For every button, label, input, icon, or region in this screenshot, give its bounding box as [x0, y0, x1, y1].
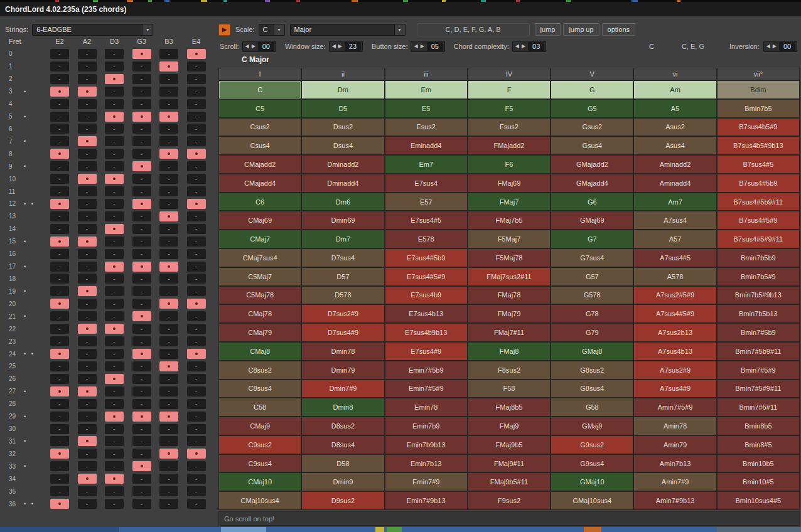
- chord-button[interactable]: E5: [385, 100, 467, 117]
- chord-button[interactable]: Dsus2: [302, 119, 384, 136]
- chord-button[interactable]: C5Maj7: [219, 268, 301, 285]
- chord-button[interactable]: Dmin8: [302, 398, 384, 416]
- chord-button[interactable]: D9sus2: [302, 492, 384, 509]
- chord-button[interactable]: G5: [551, 100, 633, 117]
- chord-button[interactable]: A57: [634, 230, 716, 248]
- chord-button[interactable]: G79: [551, 324, 633, 341]
- chord-button[interactable]: G9sus4: [551, 455, 633, 472]
- chord-button[interactable]: E57: [385, 193, 467, 211]
- chord-button[interactable]: Emin7#5#9: [385, 380, 467, 398]
- chord-button[interactable]: Aminadd2: [634, 156, 716, 173]
- chord-button[interactable]: G6: [551, 193, 633, 211]
- chord-button[interactable]: E7sus4#9: [385, 343, 467, 360]
- jump-button[interactable]: jump: [535, 23, 561, 36]
- chord-button[interactable]: A7sus4#5: [634, 249, 716, 267]
- chord-button[interactable]: Asus4: [634, 137, 716, 154]
- chord-button[interactable]: Em7: [385, 156, 467, 173]
- chord-button[interactable]: Dminadd4: [302, 174, 384, 192]
- chord-button[interactable]: FMaj7b5: [468, 211, 550, 229]
- chord-button[interactable]: A578: [634, 268, 716, 285]
- chord-button[interactable]: B7sus4#5: [718, 156, 799, 173]
- chord-button[interactable]: Bmin7b5#9: [718, 268, 799, 285]
- chord-button[interactable]: A7sus4b13: [634, 343, 716, 360]
- chord-button[interactable]: A5: [634, 100, 716, 117]
- chord-button[interactable]: D7sus2#9: [302, 305, 384, 322]
- chord-button[interactable]: FMaj9b5#11: [468, 473, 550, 491]
- chord-button[interactable]: GMajadd2: [551, 156, 633, 173]
- chord-button[interactable]: E7sus4#5b9: [385, 249, 467, 267]
- chord-button[interactable]: G578: [551, 287, 633, 304]
- chord-button[interactable]: C: [219, 81, 301, 98]
- spinner-increment-icon[interactable]: ▶: [250, 44, 257, 49]
- chord-button[interactable]: D58: [302, 455, 384, 472]
- chord-button[interactable]: Csus4: [219, 137, 301, 154]
- chord-button[interactable]: Asus2: [634, 119, 716, 136]
- spinner-decrement-icon[interactable]: ◀: [331, 44, 337, 49]
- chord-button[interactable]: Gsus4: [551, 137, 633, 154]
- chord-button[interactable]: CMaj9: [219, 417, 301, 435]
- chord-button[interactable]: G7sus4: [551, 249, 633, 267]
- scale-type-dropdown[interactable]: Major ▼: [290, 24, 406, 36]
- chord-button[interactable]: B7sus4#5#9: [718, 211, 799, 229]
- chord-button[interactable]: G9sus2: [551, 436, 633, 454]
- chord-button[interactable]: C5: [219, 100, 301, 117]
- chord-button[interactable]: FMaj79: [468, 305, 550, 322]
- chord-button[interactable]: CMaj10sus4: [219, 492, 301, 509]
- spinner-increment-icon[interactable]: ▶: [771, 44, 778, 49]
- chord-button[interactable]: G78: [551, 305, 633, 322]
- spinner-increment-icon[interactable]: ▶: [337, 44, 343, 49]
- chord-button[interactable]: G57: [551, 268, 633, 285]
- chord-button[interactable]: Emin7b13: [385, 455, 467, 472]
- chord-button[interactable]: B7sus4#5b9: [718, 174, 799, 192]
- chord-button[interactable]: Amin7b13: [634, 455, 716, 472]
- chord-button[interactable]: Csus2: [219, 119, 301, 136]
- chord-button[interactable]: C58: [219, 398, 301, 416]
- chord-button[interactable]: Emin7#5b9: [385, 361, 467, 379]
- chord-button[interactable]: FMaj8: [468, 343, 550, 360]
- chord-button[interactable]: Bmin7#5#9: [718, 361, 799, 379]
- chord-button[interactable]: E578: [385, 230, 467, 248]
- button-size-spinner[interactable]: ◀ ▶ 05: [411, 41, 444, 52]
- chord-button[interactable]: CMaj7: [219, 230, 301, 248]
- chord-button[interactable]: D5: [302, 100, 384, 117]
- chord-button[interactable]: Bmin7b5#9b13: [718, 287, 799, 304]
- chord-button[interactable]: Dmin7#9: [302, 380, 384, 398]
- chord-button[interactable]: F8sus2: [468, 361, 550, 379]
- chord-button[interactable]: F9sus2: [468, 492, 550, 509]
- chord-button[interactable]: Amin7#5#9: [634, 398, 716, 416]
- chord-button[interactable]: Bmin10#5: [718, 473, 799, 491]
- chord-button[interactable]: B7sus4b5#9: [718, 119, 799, 136]
- chord-button[interactable]: E7sus4b9b13: [385, 324, 467, 341]
- jump-up-button[interactable]: jump up: [563, 23, 599, 36]
- chord-button[interactable]: Gsus2: [551, 119, 633, 136]
- chord-button[interactable]: FMaj9#11: [468, 455, 550, 472]
- chord-button[interactable]: FMaj7#11: [468, 324, 550, 341]
- chord-button[interactable]: FMaj9b5: [468, 436, 550, 454]
- chord-button[interactable]: Bmin7b5: [718, 100, 799, 117]
- chord-button[interactable]: FMaj7sus2#11: [468, 268, 550, 285]
- chord-button[interactable]: CMaj10: [219, 473, 301, 491]
- chord-button[interactable]: F6: [468, 156, 550, 173]
- scroll-spinner[interactable]: ◀ ▶ 00: [242, 41, 276, 52]
- chord-button[interactable]: E7sus4b13: [385, 305, 467, 322]
- window-size-spinner[interactable]: ◀ ▶ 23: [329, 41, 363, 52]
- spinner-decrement-icon[interactable]: ◀: [514, 44, 520, 49]
- scroll-play-button[interactable]: ▶: [218, 24, 230, 36]
- chord-button[interactable]: Esus2: [385, 119, 467, 136]
- chord-button[interactable]: A7sus2#9: [634, 361, 716, 379]
- chord-button[interactable]: Am7: [634, 193, 716, 211]
- chord-button[interactable]: G8sus2: [551, 361, 633, 379]
- chord-button[interactable]: FMaj7: [468, 193, 550, 211]
- chord-button[interactable]: Bdim: [718, 81, 799, 98]
- chord-button[interactable]: Bmin7#5b9: [718, 324, 799, 341]
- chord-button[interactable]: Dm6: [302, 193, 384, 211]
- chord-button[interactable]: Am: [634, 81, 716, 98]
- chord-button[interactable]: GMaj9: [551, 417, 633, 435]
- chord-button[interactable]: Bmin7#5#9#11: [718, 380, 799, 398]
- chord-button[interactable]: G: [551, 81, 633, 98]
- chord-button[interactable]: FMaj8b5: [468, 398, 550, 416]
- chord-button[interactable]: FMaj78: [468, 287, 550, 304]
- chord-button[interactable]: Dminadd2: [302, 156, 384, 173]
- chord-button[interactable]: Dmin69: [302, 211, 384, 229]
- chord-button[interactable]: D8sus2: [302, 417, 384, 435]
